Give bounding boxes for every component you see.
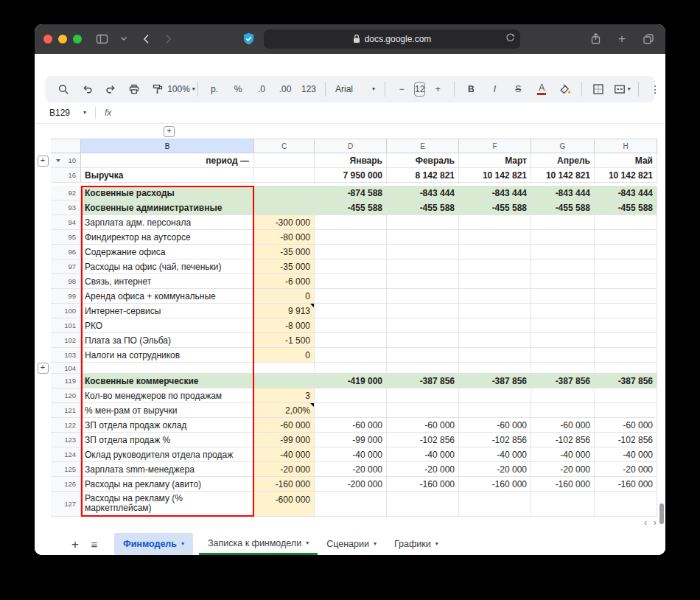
cell-C95[interactable]: -80 000 [254,230,315,245]
cell-D95[interactable] [315,230,387,245]
cell-E123[interactable]: -102 856 [387,433,459,447]
cell-H98[interactable] [595,274,657,289]
zoom-select[interactable]: 100%▾ [170,80,192,99]
column-header-B[interactable]: B [81,139,254,153]
cell-B93[interactable]: Косвенные административные [81,200,254,215]
cell-E101[interactable] [387,318,459,333]
cell-C97[interactable]: -35 000 [254,259,315,274]
row-header-119[interactable]: 119 [51,374,81,388]
cell-D120[interactable] [315,388,387,403]
cell-H120[interactable] [595,388,657,403]
cell-F100[interactable] [459,304,531,318]
column-group-expand-button[interactable]: + [164,126,175,137]
cell-H93[interactable]: -455 588 [595,200,657,215]
row-header-93[interactable]: 93 [51,200,81,215]
cell-D92[interactable]: -874 588 [315,186,387,200]
scroll-left-icon[interactable]: ‹ [644,518,647,527]
decrease-font-size-button[interactable]: − [391,80,413,99]
cell-G121[interactable] [531,403,595,418]
more-formats-button[interactable]: 123 [298,80,320,99]
cell-F104[interactable] [459,363,531,374]
tab-overview-icon[interactable] [640,31,657,47]
cell-F125[interactable]: -20 000 [459,462,531,477]
cell-C124[interactable]: -40 000 [254,447,315,462]
cell-B120[interactable]: Кол-во менеджеров по продажам [81,388,254,403]
cell-C100[interactable]: 9 913 [254,304,315,318]
cell-H100[interactable] [595,304,657,318]
cell-D102[interactable] [315,333,387,348]
row-header-98[interactable]: 98 [51,274,81,289]
cell-B125[interactable]: Зарплата smm-менеджера [81,462,254,477]
row-header-127[interactable]: 127 [51,492,81,517]
cell-F97[interactable] [459,259,531,274]
row-header-123[interactable]: 123 [51,433,81,447]
cell-H126[interactable]: -160 000 [595,477,657,492]
cell-B119[interactable]: Косвенные коммерческие [81,374,254,388]
address-bar[interactable]: docs.google.com [264,29,520,49]
zoom-window-button[interactable] [73,35,82,43]
sidebar-toggle-icon[interactable] [94,31,110,47]
cell-D16[interactable]: 7 950 000 [315,168,387,183]
cell-F101[interactable] [459,318,531,333]
italic-button[interactable]: I [483,80,505,99]
cell-G103[interactable] [531,348,595,363]
cell-C98[interactable]: -6 000 [254,274,315,289]
cell-F127[interactable] [459,492,531,517]
row-group-expand-button[interactable]: + [38,156,49,167]
print-icon[interactable] [123,80,145,99]
cell-D125[interactable]: -20 000 [315,462,387,477]
cell-D103[interactable] [315,348,387,363]
text-color-button[interactable]: A [531,80,553,99]
cell-H104[interactable] [595,363,657,374]
column-header-D[interactable]: D [315,139,387,153]
cell-B103[interactable]: Налоги на сотрудников [81,348,254,363]
row-header-103[interactable]: 103 [51,348,81,363]
row-header-125[interactable]: 125 [51,462,81,477]
cell-H96[interactable] [595,245,657,259]
cell-G92[interactable]: -843 444 [531,186,595,200]
cell-C119[interactable] [254,374,315,388]
back-button[interactable] [138,31,154,47]
cell-G98[interactable] [531,274,595,289]
cell-E92[interactable]: -843 444 [387,186,459,200]
cell-C123[interactable]: -99 000 [254,433,315,447]
row-header-10[interactable]: 10 [51,153,81,168]
cell-E124[interactable]: -40 000 [387,447,459,462]
cell-F121[interactable] [459,403,531,418]
cell-H121[interactable] [595,403,657,418]
cell-E121[interactable] [387,403,459,418]
cell-D10[interactable]: Январь [315,153,387,168]
cell-E103[interactable] [387,348,459,363]
cell-H92[interactable]: -843 444 [595,186,657,200]
cell-E126[interactable]: -160 000 [387,477,459,492]
sheet-tab-finmodel[interactable]: Финмодель▾ [114,533,193,555]
cell-D124[interactable]: -40 000 [315,447,387,462]
cell-H10[interactable]: Май [595,153,657,168]
cell-C120[interactable]: 3 [254,388,315,403]
cell-F93[interactable]: -455 588 [459,200,531,215]
cell-G10[interactable]: Апрель [531,153,595,168]
decrease-decimal-button[interactable]: .0 [251,80,273,99]
cell-G99[interactable] [531,289,595,304]
row-header-104[interactable]: 104 [51,363,81,374]
close-window-button[interactable] [43,35,52,43]
cell-G101[interactable] [531,318,595,333]
cell-H95[interactable] [595,230,657,245]
cell-C103[interactable]: 0 [254,348,315,363]
new-tab-button[interactable]: + [614,31,630,47]
cell-H127[interactable] [595,492,657,517]
currency-format-button[interactable]: р. [203,80,225,99]
cell-G119[interactable]: -387 856 [531,374,595,388]
cell-G102[interactable] [531,333,595,348]
cell-D94[interactable] [315,215,387,230]
cell-D101[interactable] [315,318,387,333]
increase-font-size-button[interactable]: + [427,80,449,99]
bold-button[interactable]: B [460,80,482,99]
cell-E16[interactable]: 8 142 821 [387,168,459,183]
cell-E102[interactable] [387,333,459,348]
cell-F103[interactable] [459,348,531,363]
increase-decimal-button[interactable]: .00 [274,80,296,99]
cell-C96[interactable]: -35 000 [254,245,315,259]
row-header-96[interactable]: 96 [51,245,81,259]
cell-G123[interactable]: -102 856 [531,433,595,447]
